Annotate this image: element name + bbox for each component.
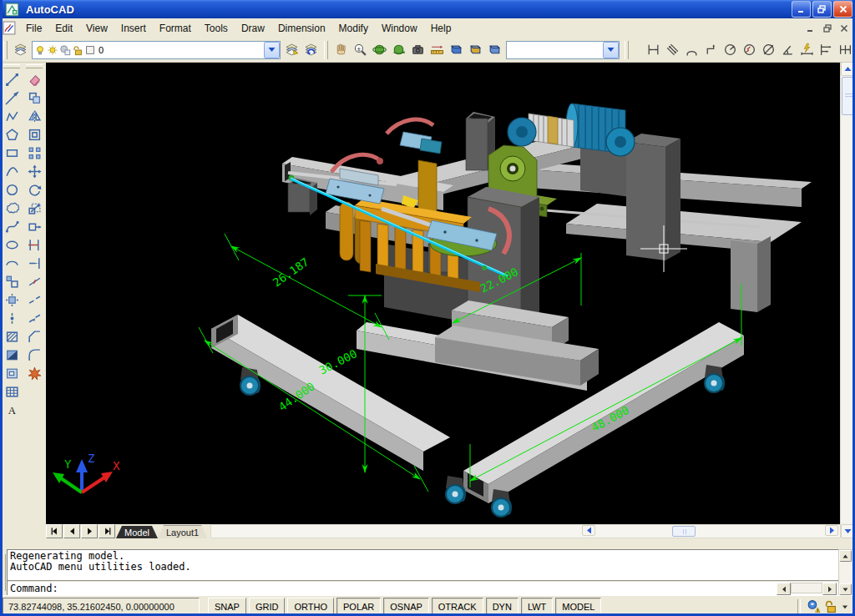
dim-ordinate-button[interactable] [701,40,721,60]
command-window-splitter[interactable] [0,538,855,548]
scroll-right-button[interactable] [825,525,838,536]
menu-window[interactable]: Window [375,20,424,37]
explode-button[interactable] [24,364,44,382]
layer-control-dropdown[interactable]: 0 [32,41,281,59]
offset-button[interactable] [24,125,44,144]
zoom-realtime-button[interactable]: ± [351,40,370,60]
line-button[interactable] [2,70,22,88]
free-orbit-button[interactable] [389,40,408,60]
toolbar-grip[interactable] [324,41,328,59]
status-toggle-osnap[interactable]: OSNAP [383,598,429,615]
tray-menu-arrow-icon[interactable] [840,602,850,612]
table-button[interactable] [2,382,22,401]
cmd-scroll-left-button[interactable] [777,583,791,595]
minimize-button[interactable] [792,1,811,18]
walk-and-fly-button[interactable] [428,40,447,60]
ellipse-button[interactable] [2,235,22,254]
menu-format[interactable]: Format [153,20,198,37]
constrained-orbit-button[interactable] [370,40,389,60]
arc-button[interactable] [2,162,22,180]
pan-realtime-button[interactable] [331,40,351,60]
command-vertical-scrollbar[interactable] [838,549,854,596]
mdi-restore-button[interactable] [820,22,835,35]
command-horizontal-scrollbar[interactable] [777,583,837,593]
status-toggle-snap[interactable]: SNAP [208,598,246,615]
layer-previous-button[interactable] [301,40,321,60]
tab-nav-next-button[interactable] [81,524,98,538]
tab-nav-first-button[interactable] [46,524,63,538]
drawing-viewport[interactable]: 26.187 22.000 30.000 44.000 48.000 Z Y X [46,62,841,524]
menu-dimension[interactable]: Dimension [271,20,332,37]
break-at-point-button[interactable] [24,272,44,290]
visual-styles-button[interactable] [485,40,504,60]
mdi-close-button[interactable] [837,22,852,35]
insert-block-button[interactable] [2,272,22,290]
mdi-minimize-button[interactable] [803,22,818,35]
view-box-button[interactable] [466,40,485,60]
scroll-up-button[interactable] [841,62,855,76]
status-toggle-lwt[interactable]: LWT [521,598,553,615]
menu-view[interactable]: View [79,20,114,37]
array-button[interactable] [24,144,44,162]
mirror-button[interactable] [24,107,44,125]
status-toggle-model[interactable]: MODEL [555,598,601,615]
named-view-dropdown[interactable] [506,41,620,59]
point-button[interactable] [2,309,22,327]
make-block-button[interactable] [2,290,22,309]
polyline-button[interactable] [2,107,22,125]
viewport-horizontal-scrollbar[interactable] [210,524,841,538]
fillet-button[interactable] [24,346,44,364]
toolbar-grip[interactable] [3,41,8,59]
close-button[interactable] [833,1,852,18]
stretch-button[interactable] [24,217,44,235]
revision-cloud-button[interactable] [2,199,22,217]
view-dropdown-arrow[interactable] [603,42,619,58]
chamfer-button[interactable] [24,327,44,346]
scroll-left-button[interactable] [582,525,595,536]
communication-center-icon[interactable] [806,599,821,613]
cmd-scroll-track[interactable] [791,583,822,593]
layer-properties-manager-button[interactable] [11,40,30,60]
dim-linear-button[interactable] [644,40,663,60]
command-text-area[interactable]: Regenerating model. AutoCAD menu utiliti… [7,549,838,596]
status-toggle-ortho[interactable]: ORTHO [287,598,334,615]
move-button[interactable] [24,162,44,180]
tab-model[interactable]: Model [116,526,158,538]
menu-insert[interactable]: Insert [114,20,153,37]
dim-radius-button[interactable] [721,40,740,60]
restore-button[interactable] [812,1,832,18]
status-toggle-polar[interactable]: POLAR [336,598,381,615]
status-toggle-otrack[interactable]: OTRACK [432,598,483,615]
menu-draw[interactable]: Draw [235,20,271,37]
copy-button[interactable] [24,88,44,107]
hatch-button[interactable] [2,327,22,346]
toolbar-grip[interactable] [26,64,43,68]
gradient-button[interactable] [2,346,22,364]
circle-button[interactable] [2,180,22,199]
menu-edit[interactable]: Edit [48,20,79,37]
construction-line-button[interactable] [2,88,22,107]
scroll-down-button[interactable] [841,524,855,538]
join-button[interactable] [24,309,44,327]
coordinate-readout[interactable]: 73.82744098, 35.21602450, 0.00000000 [3,598,200,615]
quick-dimension-button[interactable] [797,40,817,60]
vertical-scroll-thumb[interactable] [842,77,855,115]
toolbar-grip[interactable] [3,64,20,68]
erase-button[interactable] [24,70,44,88]
rectangle-button[interactable] [2,144,22,162]
polygon-button[interactable] [2,125,22,144]
cmd-scroll-right-button[interactable] [822,583,837,595]
tab-layout1[interactable]: Layout1 [158,525,207,538]
status-toggle-dyn[interactable]: DYN [486,598,519,615]
tab-nav-last-button[interactable] [99,524,115,538]
menu-file[interactable]: File [19,20,48,37]
adjust-camera-button[interactable] [408,40,428,60]
make-object-layer-current-button[interactable] [282,40,301,60]
dim-jogged-button[interactable] [740,40,759,60]
named-views-button[interactable] [447,40,466,60]
toolbar-lock-icon[interactable] [823,599,837,613]
scale-button[interactable] [24,199,44,217]
region-button[interactable] [2,364,22,382]
viewport-vertical-scrollbar[interactable] [840,62,855,538]
command-prompt-row[interactable]: Command: [8,582,838,595]
